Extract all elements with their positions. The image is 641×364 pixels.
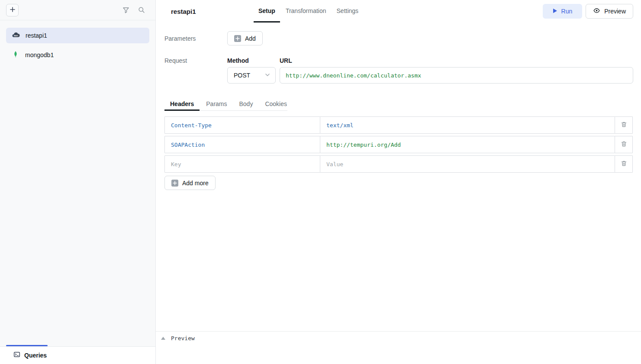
queries-tab[interactable]: Queries [24,352,47,359]
header-row [164,116,633,134]
tab-cookies[interactable]: Cookies [259,98,293,111]
list-item-mongodb1[interactable]: mongodb1 [6,47,149,63]
add-parameter-label: Add [245,35,256,42]
tab-settings[interactable]: Settings [332,0,364,23]
preview-panel-toggle[interactable]: Preview [156,331,641,345]
chevron-down-icon [264,71,271,80]
parameters-row: Parameters Add [164,31,633,45]
rest-api-cloud-icon: REST [12,31,20,40]
search-icon[interactable] [138,6,145,13]
parameters-label: Parameters [164,35,227,42]
trash-icon [621,160,627,168]
tab-transformation[interactable]: Transformation [281,0,331,23]
sidebar-toolbar [0,0,155,20]
app-window: REST restapi1 mongodb1 Queries restapi1 [0,0,641,364]
method-select[interactable]: POST [227,67,276,84]
query-header-tabs: Setup Transformation Settings [254,0,363,23]
preview-panel-label: Preview [171,335,195,341]
play-icon [553,8,557,15]
add-parameter-button[interactable]: Add [227,31,263,45]
sidebar: REST restapi1 mongodb1 Queries [0,0,156,364]
add-datasource-button[interactable] [6,4,19,16]
header-key-input[interactable] [164,136,320,153]
tab-setup[interactable]: Setup [254,0,280,23]
request-row: Request Method POST URL [164,57,633,84]
trash-icon [621,121,627,129]
add-more-button[interactable]: Add more [164,176,216,190]
mongodb-leaf-icon [12,51,19,60]
filter-icon[interactable] [122,6,129,13]
run-button[interactable]: Run [543,4,583,19]
list-item-label: mongodb1 [25,52,54,58]
plus-icon [171,180,178,187]
expand-up-icon [161,337,165,340]
header-value-input[interactable] [320,155,615,173]
sidebar-bottom-tabs: Queries [0,346,155,364]
header-value-input[interactable] [320,116,615,134]
add-more-label: Add more [182,180,209,187]
request-label: Request [164,57,227,64]
header-value-input[interactable] [320,136,615,153]
trash-icon [621,141,627,149]
list-item-restapi1[interactable]: REST restapi1 [6,28,149,43]
header-key-input[interactable] [164,155,320,173]
eye-icon [593,7,600,15]
url-input[interactable] [280,67,633,84]
method-label: Method [227,57,276,64]
header-row [164,136,633,153]
delete-header-button[interactable] [615,155,633,173]
tab-params[interactable]: Params [200,98,232,111]
preview-button-label: Preview [604,8,626,15]
header-key-input[interactable] [164,116,320,134]
svg-text:REST: REST [14,35,18,37]
list-item-label: restapi1 [26,32,47,39]
tab-body[interactable]: Body [234,98,259,111]
header-actions: Run Preview [543,0,633,23]
header-row-empty [164,155,633,173]
headers-table [164,116,633,173]
setup-panel: Parameters Add Request Method POST [156,23,641,364]
url-label: URL [280,57,633,64]
query-title[interactable]: restapi1 [171,8,238,15]
preview-button[interactable]: Preview [586,4,633,19]
query-editor: restapi1 Setup Transformation Settings R… [156,0,641,364]
query-list: REST restapi1 mongodb1 [0,20,155,70]
delete-header-button[interactable] [615,136,633,153]
query-header: restapi1 Setup Transformation Settings R… [156,0,641,23]
plus-icon [10,6,16,14]
delete-header-button[interactable] [615,116,633,134]
queries-icon [13,351,20,360]
active-tab-indicator [6,345,48,346]
tab-headers[interactable]: Headers [164,98,200,111]
run-button-label: Run [561,8,573,15]
plus-icon [234,35,241,42]
request-subtabs: Headers Params Body Cookies [164,98,287,111]
method-select-value: POST [234,72,250,79]
